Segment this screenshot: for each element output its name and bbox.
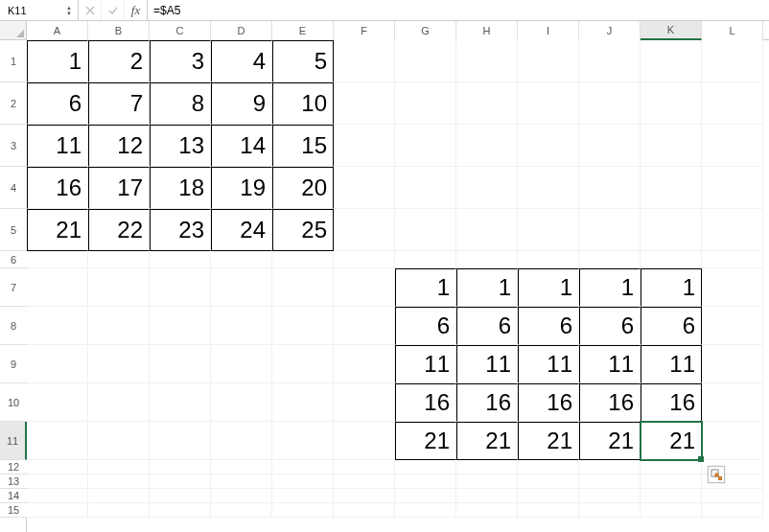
cell-E3[interactable]: 15 xyxy=(272,125,334,167)
cell-A8[interactable] xyxy=(27,307,88,345)
cell-J1[interactable] xyxy=(579,40,641,82)
cell-J13[interactable] xyxy=(579,474,641,489)
cell-F7[interactable] xyxy=(334,268,395,307)
cell-I5[interactable] xyxy=(518,209,579,251)
cell-H7[interactable]: 1 xyxy=(456,268,518,307)
cell-A4[interactable]: 16 xyxy=(27,167,88,209)
cell-A7[interactable] xyxy=(27,268,88,307)
cell-A2[interactable]: 6 xyxy=(27,82,88,125)
cell-F10[interactable] xyxy=(334,383,395,422)
cell-I13[interactable] xyxy=(518,474,579,489)
cell-A1[interactable]: 1 xyxy=(27,40,88,82)
cell-E9[interactable] xyxy=(272,345,334,383)
cell-E4[interactable]: 20 xyxy=(272,167,334,209)
cell-E6[interactable] xyxy=(272,251,334,268)
cell-K4[interactable] xyxy=(641,167,702,209)
insert-function-button[interactable]: fx xyxy=(125,0,148,20)
cell-L3[interactable] xyxy=(702,125,763,167)
cell-H3[interactable] xyxy=(456,125,518,167)
cell-C14[interactable] xyxy=(150,489,211,503)
cell-H14[interactable] xyxy=(456,489,518,503)
cell-L9[interactable] xyxy=(702,345,763,383)
cell-C9[interactable] xyxy=(150,345,211,383)
cell-G11[interactable]: 21 xyxy=(395,422,456,460)
column-header-F[interactable]: F xyxy=(334,21,395,40)
cell-G7[interactable]: 1 xyxy=(395,268,456,307)
cell-E5[interactable]: 25 xyxy=(272,209,334,251)
cell-E15[interactable] xyxy=(272,503,334,518)
cell-F11[interactable] xyxy=(334,422,395,460)
cell-I14[interactable] xyxy=(518,489,579,503)
cell-I3[interactable] xyxy=(518,125,579,167)
cell-B7[interactable] xyxy=(88,268,150,307)
cell-H6[interactable] xyxy=(456,251,518,268)
cell-A14[interactable] xyxy=(27,489,88,503)
column-header-C[interactable]: C xyxy=(150,21,211,40)
cell-G10[interactable]: 16 xyxy=(395,383,456,422)
cell-J3[interactable] xyxy=(579,125,641,167)
cell-D2[interactable]: 9 xyxy=(211,82,272,125)
cell-J6[interactable] xyxy=(579,251,641,268)
cell-I15[interactable] xyxy=(518,503,579,518)
autofill-options-button[interactable] xyxy=(708,466,725,483)
cell-D4[interactable]: 19 xyxy=(211,167,272,209)
cell-A12[interactable] xyxy=(27,460,88,474)
cell-B13[interactable] xyxy=(88,474,150,489)
cell-B15[interactable] xyxy=(88,503,150,518)
cell-L15[interactable] xyxy=(702,503,763,518)
cell-I6[interactable] xyxy=(518,251,579,268)
cell-H11[interactable]: 21 xyxy=(456,422,518,460)
cell-J7[interactable]: 1 xyxy=(579,268,641,307)
cell-C5[interactable]: 23 xyxy=(150,209,211,251)
cell-J12[interactable] xyxy=(579,460,641,474)
cell-D13[interactable] xyxy=(211,474,272,489)
cell-K12[interactable] xyxy=(641,460,702,474)
cell-G8[interactable]: 6 xyxy=(395,307,456,345)
column-header-G[interactable]: G xyxy=(395,21,456,40)
cell-L14[interactable] xyxy=(702,489,763,503)
cell-L1[interactable] xyxy=(702,40,763,82)
cell-A10[interactable] xyxy=(27,383,88,422)
cell-K5[interactable] xyxy=(641,209,702,251)
cell-C1[interactable]: 3 xyxy=(150,40,211,82)
row-header-11[interactable]: 11 xyxy=(0,422,27,460)
cell-A5[interactable]: 21 xyxy=(27,209,88,251)
cell-H15[interactable] xyxy=(456,503,518,518)
row-header-7[interactable]: 7 xyxy=(0,268,27,307)
cell-I1[interactable] xyxy=(518,40,579,82)
cell-L5[interactable] xyxy=(702,209,763,251)
cell-G6[interactable] xyxy=(395,251,456,268)
cell-H8[interactable]: 6 xyxy=(456,307,518,345)
cell-D7[interactable] xyxy=(211,268,272,307)
column-header-L[interactable]: L xyxy=(702,21,763,40)
cell-B1[interactable]: 2 xyxy=(88,40,150,82)
cell-C3[interactable]: 13 xyxy=(150,125,211,167)
cell-B11[interactable] xyxy=(88,422,150,460)
row-header-13[interactable]: 13 xyxy=(0,474,27,489)
row-header-5[interactable]: 5 xyxy=(0,209,27,251)
cell-B12[interactable] xyxy=(88,460,150,474)
cell-B2[interactable]: 7 xyxy=(88,82,150,125)
cell-C15[interactable] xyxy=(150,503,211,518)
formula-input[interactable] xyxy=(148,0,769,20)
cell-K8[interactable]: 6 xyxy=(641,307,702,345)
cell-L8[interactable] xyxy=(702,307,763,345)
column-header-K[interactable]: K xyxy=(641,21,702,40)
row-header-9[interactable]: 9 xyxy=(0,345,27,383)
row-header-6[interactable]: 6 xyxy=(0,251,27,268)
column-header-A[interactable]: A xyxy=(27,21,88,40)
cell-D15[interactable] xyxy=(211,503,272,518)
cell-E12[interactable] xyxy=(272,460,334,474)
row-header-2[interactable]: 2 xyxy=(0,82,27,125)
cell-I11[interactable]: 21 xyxy=(518,422,579,460)
cell-F9[interactable] xyxy=(334,345,395,383)
cell-I10[interactable]: 16 xyxy=(518,383,579,422)
row-header-8[interactable]: 8 xyxy=(0,307,27,345)
cell-L11[interactable] xyxy=(702,422,763,460)
cell-F8[interactable] xyxy=(334,307,395,345)
cell-K1[interactable] xyxy=(641,40,702,82)
column-header-D[interactable]: D xyxy=(211,21,272,40)
cell-F2[interactable] xyxy=(334,82,395,125)
cell-J14[interactable] xyxy=(579,489,641,503)
cell-J4[interactable] xyxy=(579,167,641,209)
